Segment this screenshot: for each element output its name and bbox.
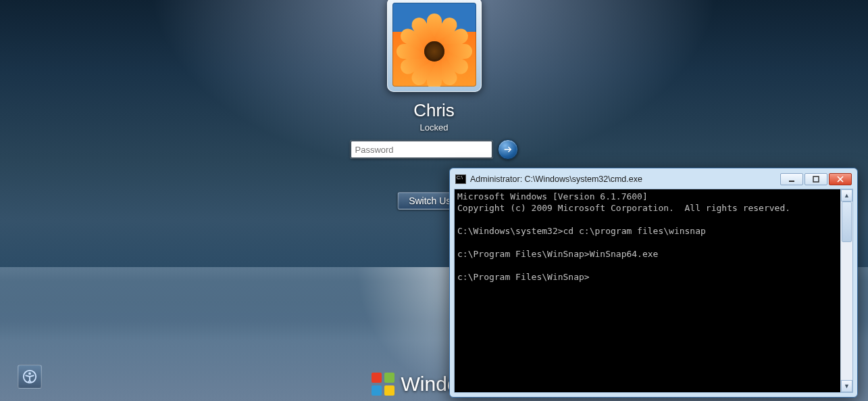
flower-icon xyxy=(397,14,471,87)
arrow-right-icon xyxy=(503,144,513,155)
password-row xyxy=(292,139,576,160)
close-icon xyxy=(837,176,844,183)
avatar-frame xyxy=(387,0,482,92)
close-button[interactable] xyxy=(829,173,852,185)
windows-logo-icon xyxy=(372,373,394,396)
cmd-icon xyxy=(455,174,466,184)
scroll-thumb[interactable] xyxy=(842,202,852,242)
ease-of-access-icon xyxy=(22,369,37,384)
window-button-group xyxy=(780,173,852,185)
lock-status-label: Locked xyxy=(292,122,576,133)
cmd-client-area: Microsoft Windows [Version 6.1.7600] Cop… xyxy=(454,189,853,393)
ease-of-access-button[interactable] xyxy=(18,364,42,389)
scroll-up-button[interactable]: ▲ xyxy=(841,189,852,202)
submit-button[interactable] xyxy=(498,139,518,160)
maximize-button[interactable] xyxy=(805,173,827,185)
password-input[interactable] xyxy=(351,141,492,158)
cmd-output[interactable]: Microsoft Windows [Version 6.1.7600] Cop… xyxy=(455,189,840,392)
avatar xyxy=(392,3,476,87)
svg-rect-2 xyxy=(789,181,794,182)
cmd-title: Administrator: C:\Windows\system32\cmd.e… xyxy=(470,174,776,184)
cmd-titlebar[interactable]: Administrator: C:\Windows\system32\cmd.e… xyxy=(454,172,853,189)
scroll-down-button[interactable]: ▼ xyxy=(841,380,852,392)
svg-rect-3 xyxy=(813,176,819,182)
login-panel: Chris Locked xyxy=(292,0,576,160)
minimize-icon xyxy=(788,176,795,183)
cmd-window[interactable]: Administrator: C:\Windows\system32\cmd.e… xyxy=(449,168,858,398)
maximize-icon xyxy=(813,176,819,183)
minimize-button[interactable] xyxy=(780,173,803,185)
username-label: Chris xyxy=(292,100,576,121)
svg-point-1 xyxy=(28,373,31,375)
cmd-scrollbar[interactable]: ▲ ▼ xyxy=(840,189,852,392)
